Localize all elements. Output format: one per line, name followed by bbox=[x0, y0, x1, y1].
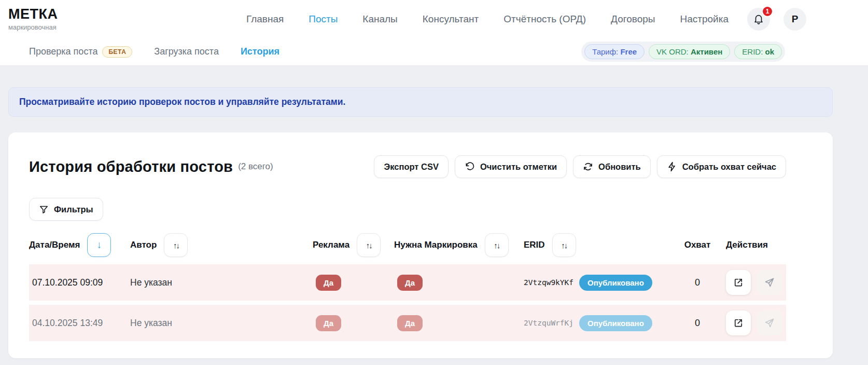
cell-erid: 2Vtzqw9kYKf Опубликовано bbox=[524, 275, 669, 291]
brand-tagline: маркировочная bbox=[8, 23, 58, 31]
cell-erid: 2VtzquWrfKj Опубликовано bbox=[524, 315, 669, 331]
nav-item-dogovory[interactable]: Договоры bbox=[611, 13, 655, 25]
sort-button-ad[interactable]: ↑↓ bbox=[357, 233, 381, 257]
cell-author: Не указан bbox=[130, 277, 313, 288]
table-row: 07.10.2025 09:09 Не указан Да Да 2Vtzqw9… bbox=[29, 264, 786, 301]
sort-button-author[interactable]: ↑↓ bbox=[164, 233, 188, 257]
funnel-icon bbox=[39, 205, 49, 214]
undo-icon bbox=[465, 161, 475, 172]
sub-nav-bar: Проверка поста БЕТА Загрузка поста Истор… bbox=[0, 38, 868, 66]
arrow-down-icon: ↓ bbox=[97, 239, 102, 251]
column-header-reach: Охват bbox=[669, 240, 726, 250]
cell-reach: 0 bbox=[669, 277, 726, 288]
app-root: МЕТКА маркировочная Главная Посты Каналы… bbox=[0, 0, 868, 358]
column-header-erid: ERID ↑↓ bbox=[524, 233, 669, 257]
ad-yes-badge: Да bbox=[316, 275, 341, 291]
erid-value: 2VtzquWrfKj bbox=[524, 319, 573, 327]
subnav-item-proverka[interactable]: Проверка поста БЕТА bbox=[29, 46, 132, 58]
sort-arrows-icon: ↑↓ bbox=[173, 241, 179, 250]
notifications: 1 bbox=[747, 8, 770, 31]
export-csv-label: Экспорт CSV bbox=[384, 162, 438, 172]
refresh-label: Обновить bbox=[598, 162, 641, 172]
brand-logo[interactable]: МЕТКА маркировочная bbox=[8, 7, 58, 31]
paper-plane-icon bbox=[764, 318, 775, 328]
lightning-icon bbox=[667, 161, 677, 172]
filters-button[interactable]: Фильтры bbox=[29, 198, 103, 221]
cell-ad: Да bbox=[313, 275, 394, 291]
send-button[interactable] bbox=[757, 270, 782, 295]
erid-badge: ERID: ok bbox=[734, 44, 782, 59]
account-status-group: Тариф: Free VK ORD: Активен ERID: ok bbox=[581, 42, 785, 62]
main-nav: Главная Посты Каналы Консультант Отчётно… bbox=[246, 13, 729, 25]
cell-actions bbox=[726, 310, 782, 335]
sort-button-marking[interactable]: ↑↓ bbox=[485, 233, 509, 257]
total-count-label: (2 всего) bbox=[238, 161, 273, 172]
column-label: Действия bbox=[726, 240, 768, 250]
collect-reach-button[interactable]: Собрать охват сейчас bbox=[657, 155, 786, 178]
nav-item-konsultant[interactable]: Консультант bbox=[423, 13, 479, 25]
paper-plane-icon bbox=[764, 277, 775, 288]
marking-yes-badge: Да bbox=[397, 275, 423, 291]
open-post-button[interactable] bbox=[726, 310, 751, 335]
tariff-label: Тариф: bbox=[592, 47, 620, 56]
sort-arrows-icon: ↑↓ bbox=[366, 241, 372, 250]
subnav-item-istoriya[interactable]: История bbox=[241, 46, 279, 57]
ad-yes-badge: Да bbox=[316, 315, 341, 331]
refresh-button[interactable]: Обновить bbox=[573, 155, 651, 178]
nav-item-nastroyka[interactable]: Настройка bbox=[680, 13, 729, 25]
clear-marks-button[interactable]: Очистить отметки bbox=[455, 155, 567, 178]
beta-badge: БЕТА bbox=[102, 46, 132, 58]
avatar[interactable]: P bbox=[783, 8, 806, 31]
info-banner: Просматривайте историю проверок постов и… bbox=[8, 87, 833, 117]
status-badge: Опубликовано bbox=[579, 275, 652, 291]
sort-arrows-icon: ↑↓ bbox=[494, 241, 499, 250]
send-button[interactable] bbox=[757, 310, 782, 335]
column-label: Дата/Время bbox=[29, 240, 80, 250]
sort-button-erid[interactable]: ↑↓ bbox=[552, 233, 576, 257]
column-label: Охват bbox=[684, 240, 711, 250]
nav-item-otchetnost[interactable]: Отчётность (ОРД) bbox=[503, 13, 586, 25]
export-csv-button[interactable]: Экспорт CSV bbox=[374, 155, 448, 178]
table-header-row: Дата/Время ↓ Автор ↑↓ Реклама ↑↓ Нужна М… bbox=[29, 233, 786, 264]
nav-item-posty[interactable]: Посты bbox=[309, 13, 338, 25]
sort-button-datetime[interactable]: ↓ bbox=[87, 233, 111, 257]
erid-value: ok bbox=[765, 47, 774, 56]
cell-datetime: 04.10.2025 13:49 bbox=[29, 318, 130, 329]
marking-yes-badge: Да bbox=[397, 315, 423, 331]
header-actions: Экспорт CSV Очистить отметки bbox=[374, 155, 786, 178]
nav-item-glavnaya[interactable]: Главная bbox=[246, 13, 284, 25]
cell-marking: Да bbox=[394, 315, 524, 331]
column-header-actions: Действия bbox=[726, 240, 786, 250]
nav-item-kanaly[interactable]: Каналы bbox=[362, 13, 397, 25]
cell-reach: 0 bbox=[669, 318, 726, 329]
history-card: История обработки постов (2 всего) Экспо… bbox=[8, 132, 833, 358]
notification-count-badge: 1 bbox=[762, 6, 773, 17]
page-body: Просматривайте историю проверок постов и… bbox=[0, 87, 868, 358]
column-header-author: Автор ↑↓ bbox=[130, 233, 313, 257]
vkord-value: Активен bbox=[691, 47, 722, 56]
erid-label: ERID: bbox=[742, 47, 765, 56]
column-header-ad: Реклама ↑↓ bbox=[313, 233, 394, 257]
tariff-value: Free bbox=[620, 47, 637, 56]
cell-marking: Да bbox=[394, 275, 524, 291]
posts-subnav: Проверка поста БЕТА Загрузка поста Истор… bbox=[29, 46, 279, 58]
external-link-icon bbox=[733, 318, 744, 328]
tariff-badge: Тариф: Free bbox=[584, 44, 645, 59]
external-link-icon bbox=[733, 277, 744, 288]
refresh-icon bbox=[583, 161, 593, 172]
top-header: МЕТКА маркировочная Главная Посты Каналы… bbox=[0, 0, 868, 38]
card-header: История обработки постов (2 всего) Экспо… bbox=[29, 155, 786, 178]
open-post-button[interactable] bbox=[726, 270, 751, 295]
vkord-label: VK ORD: bbox=[656, 47, 691, 56]
vkord-badge: VK ORD: Активен bbox=[649, 44, 730, 59]
brand-name: МЕТКА bbox=[8, 7, 58, 21]
clear-marks-label: Очистить отметки bbox=[480, 162, 557, 172]
column-label: ERID bbox=[524, 240, 545, 250]
table-row: 04.10.2025 13:49 Не указан Да Да 2VtzquW… bbox=[29, 305, 786, 341]
column-header-datetime: Дата/Время ↓ bbox=[29, 233, 130, 257]
erid-value: 2Vtzqw9kYKf bbox=[524, 278, 573, 287]
cell-actions bbox=[726, 270, 782, 295]
cell-datetime: 07.10.2025 09:09 bbox=[29, 277, 130, 288]
subnav-item-zagruzka[interactable]: Загрузка поста bbox=[154, 46, 219, 57]
collect-reach-label: Собрать охват сейчас bbox=[682, 162, 776, 172]
